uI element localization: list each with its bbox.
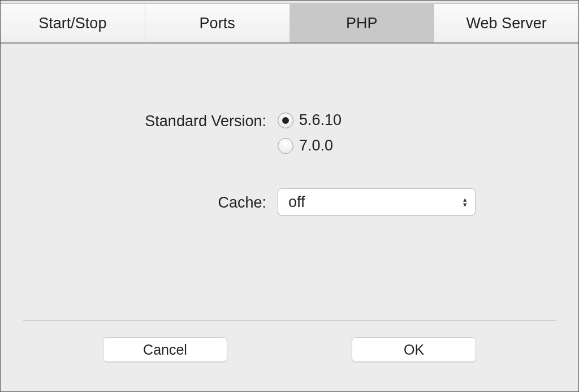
- ok-button[interactable]: OK: [352, 337, 476, 362]
- updown-icon: ▴ ▾: [463, 197, 467, 207]
- radio-icon: [278, 113, 293, 128]
- cache-control: off ▴ ▾: [278, 188, 545, 216]
- cache-select[interactable]: off ▴ ▾: [278, 188, 476, 216]
- content-pane: Standard Version: 5.6.10 7.0.0 Cache:: [1, 44, 578, 391]
- tab-start-stop[interactable]: Start/Stop: [1, 4, 145, 42]
- tab-ports[interactable]: Ports: [145, 4, 290, 42]
- tab-label: PHP: [346, 15, 378, 32]
- radio-option-5-6-10[interactable]: 5.6.10: [278, 111, 545, 129]
- row-cache: Cache: off ▴ ▾: [34, 188, 545, 216]
- tab-php[interactable]: PHP: [290, 4, 435, 42]
- tab-label: Web Server: [466, 15, 547, 32]
- tab-label: Start/Stop: [38, 15, 106, 32]
- form-area: Standard Version: 5.6.10 7.0.0 Cache:: [1, 111, 578, 231]
- button-label: OK: [404, 342, 424, 358]
- radio-label: 7.0.0: [299, 137, 333, 154]
- radio-icon: [278, 138, 293, 154]
- cache-select-value: off: [288, 193, 305, 211]
- radio-label: 5.6.10: [299, 111, 342, 129]
- preferences-window: Start/Stop Ports PHP Web Server Standard…: [0, 0, 579, 392]
- version-label: Standard Version:: [34, 111, 278, 130]
- row-version: Standard Version: 5.6.10 7.0.0: [34, 111, 545, 154]
- tab-web-server[interactable]: Web Server: [434, 4, 578, 42]
- tab-label: Ports: [200, 15, 235, 32]
- version-options: 5.6.10 7.0.0: [278, 111, 545, 154]
- divider: [23, 320, 556, 321]
- button-label: Cancel: [143, 342, 187, 358]
- radio-option-7-0-0[interactable]: 7.0.0: [278, 137, 545, 154]
- cancel-button[interactable]: Cancel: [103, 337, 227, 362]
- cache-label: Cache:: [34, 188, 278, 212]
- button-row: Cancel OK: [1, 337, 578, 362]
- tab-bar: Start/Stop Ports PHP Web Server: [1, 4, 578, 44]
